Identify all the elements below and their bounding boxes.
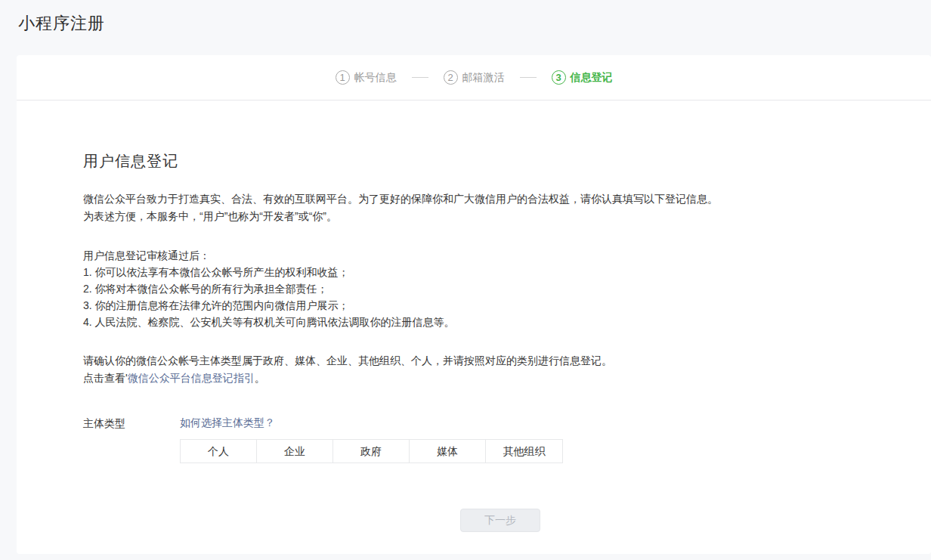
page-header: 小程序注册 [0, 0, 931, 55]
confirm-paragraph: 请确认你的微信公众帐号主体类型属于政府、媒体、企业、其他组织、个人，并请按照对应… [83, 352, 901, 387]
tab-other-organization[interactable]: 其他组织 [486, 440, 562, 463]
subject-type-field: 如何选择主体类型？ 个人 企业 政府 媒体 其他组织 [180, 416, 563, 463]
rights-item: 3. 你的注册信息将在法律允许的范围内向微信用户展示； [83, 297, 901, 314]
step-3-circle-icon: 3 [552, 70, 566, 85]
rights-title: 用户信息登记审核通过后： [83, 247, 901, 264]
rights-paragraph: 用户信息登记审核通过后： 1. 你可以依法享有本微信公众帐号所产生的权利和收益；… [83, 247, 901, 330]
registration-guide-link[interactable]: 微信公众平台信息登记指引 [128, 372, 255, 384]
step-info-registration: 3 信息登记 [552, 70, 613, 85]
guide-prefix: 点击查看' [83, 372, 128, 384]
subject-type-label: 主体类型 [83, 416, 180, 431]
tab-government[interactable]: 政府 [333, 440, 410, 463]
step-3-label: 信息登记 [571, 71, 613, 85]
rights-item: 1. 你可以依法享有本微信公众帐号所产生的权利和收益； [83, 264, 901, 280]
intro-line-1: 微信公众平台致力于打造真实、合法、有效的互联网平台。为了更好的保障你和广大微信用… [83, 190, 901, 208]
step-email-activation: 2 邮箱激活 [444, 70, 505, 85]
confirm-line: 请确认你的微信公众帐号主体类型属于政府、媒体、企业、其他组织、个人，并请按照对应… [83, 352, 901, 370]
rights-item: 4. 人民法院、检察院、公安机关等有权机关可向腾讯依法调取你的注册信息等。 [83, 314, 901, 330]
step-separator [520, 77, 537, 78]
step-1-label: 帐号信息 [354, 71, 397, 85]
registration-card: 1 帐号信息 2 邮箱激活 3 信息登记 用户信息登记 微信公众平台致力于打造真… [17, 55, 931, 554]
step-2-label: 邮箱激活 [462, 71, 505, 85]
step-1-circle-icon: 1 [336, 70, 350, 85]
section-heading: 用户信息登记 [83, 151, 901, 172]
intro-line-2: 为表述方便，本服务中，“用户”也称为“开发者”或“你”。 [83, 208, 901, 225]
step-account-info: 1 帐号信息 [336, 70, 397, 85]
stepper: 1 帐号信息 2 邮箱激活 3 信息登记 [17, 55, 931, 101]
page-title: 小程序注册 [18, 12, 931, 35]
tab-personal[interactable]: 个人 [181, 440, 257, 463]
main-content: 用户信息登记 微信公众平台致力于打造真实、合法、有效的互联网平台。为了更好的保障… [17, 101, 931, 532]
tab-media[interactable]: 媒体 [410, 440, 486, 463]
step-separator [412, 77, 428, 78]
subject-type-help-link[interactable]: 如何选择主体类型？ [180, 416, 275, 430]
guide-suffix: 。 [255, 372, 265, 384]
intro-paragraph: 微信公众平台致力于打造真实、合法、有效的互联网平台。为了更好的保障你和广大微信用… [83, 190, 901, 225]
subject-type-tabs: 个人 企业 政府 媒体 其他组织 [180, 439, 563, 463]
step-2-circle-icon: 2 [444, 70, 458, 85]
tab-enterprise[interactable]: 企业 [257, 440, 333, 463]
rights-item: 2. 你将对本微信公众帐号的所有行为承担全部责任； [83, 280, 901, 297]
guide-line: 点击查看'微信公众平台信息登记指引。 [83, 370, 901, 387]
subject-type-row: 主体类型 如何选择主体类型？ 个人 企业 政府 媒体 其他组织 [83, 416, 901, 463]
next-step-button[interactable]: 下一步 [460, 509, 540, 532]
